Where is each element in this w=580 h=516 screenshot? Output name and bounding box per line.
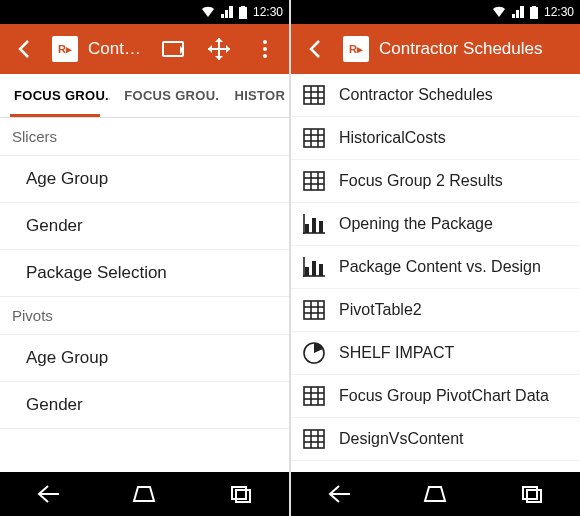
nav-recent[interactable] bbox=[502, 478, 562, 510]
nav-recent[interactable] bbox=[211, 478, 271, 510]
svg-rect-19 bbox=[319, 221, 323, 233]
svg-rect-0 bbox=[232, 487, 246, 499]
table-icon bbox=[303, 299, 325, 321]
status-bar: 12:30 bbox=[291, 0, 580, 24]
svg-rect-17 bbox=[305, 224, 309, 233]
nav-home[interactable] bbox=[114, 478, 174, 510]
table-icon bbox=[303, 428, 325, 450]
list-item[interactable]: PivotTable2 bbox=[291, 289, 580, 332]
more-button[interactable] bbox=[247, 31, 283, 67]
nav-back[interactable] bbox=[18, 478, 78, 510]
list-item[interactable]: SHELF IMPACT bbox=[291, 332, 580, 375]
nav-bar bbox=[0, 472, 289, 516]
cast-button[interactable] bbox=[155, 31, 191, 67]
list-item-label: Contractor Schedules bbox=[339, 86, 493, 104]
tab-2[interactable]: HISTOR bbox=[220, 74, 289, 117]
svg-rect-53 bbox=[523, 487, 537, 499]
svg-rect-22 bbox=[305, 267, 309, 276]
list-item[interactable]: HistoricalCosts bbox=[291, 117, 580, 160]
table-icon bbox=[303, 127, 325, 149]
tab-0[interactable]: FOCUS GROU... bbox=[0, 74, 110, 117]
svg-rect-1 bbox=[236, 490, 250, 502]
list-item-label: SHELF IMPACT bbox=[339, 344, 454, 362]
svg-rect-38 bbox=[304, 430, 324, 448]
move-icon bbox=[208, 38, 230, 60]
list-item-label: DesignVsContent bbox=[339, 430, 464, 448]
list-item[interactable]: Gender bbox=[0, 382, 289, 429]
svg-rect-33 bbox=[304, 387, 324, 405]
battery-icon bbox=[530, 6, 538, 19]
status-bar: 12:30 bbox=[0, 0, 289, 24]
list-item[interactable]: PackageOpenSummary bbox=[291, 461, 580, 472]
table-icon bbox=[303, 170, 325, 192]
nav-bar bbox=[291, 472, 580, 516]
list-item[interactable]: Age Group bbox=[0, 335, 289, 382]
list-item[interactable]: Focus Group PivotChart Data bbox=[291, 375, 580, 418]
tab-1[interactable]: FOCUS GROU... bbox=[110, 74, 220, 117]
svg-rect-27 bbox=[304, 301, 324, 319]
content-right[interactable]: Contractor SchedulesHistoricalCostsFocus… bbox=[291, 74, 580, 472]
svg-rect-54 bbox=[527, 490, 541, 502]
phone-left: 12:30 R▸ Contractor Sch... FOCUS GROU...… bbox=[0, 0, 289, 516]
list-item-label: Opening the Package bbox=[339, 215, 493, 233]
svg-rect-2 bbox=[304, 86, 324, 104]
battery-icon bbox=[239, 6, 247, 19]
wifi-icon bbox=[201, 6, 215, 18]
app-title: Contractor Sch... bbox=[88, 39, 145, 59]
list-item[interactable]: Focus Group 2 Results bbox=[291, 160, 580, 203]
list-item[interactable]: Package Selection bbox=[0, 250, 289, 297]
svg-rect-23 bbox=[312, 261, 316, 276]
svg-rect-24 bbox=[319, 264, 323, 276]
list-item-label: PivotTable2 bbox=[339, 301, 422, 319]
app-title: Contractor Schedules bbox=[379, 39, 574, 59]
app-bar: R▸ Contractor Sch... bbox=[0, 24, 289, 74]
tabs: FOCUS GROU...FOCUS GROU...HISTOR bbox=[0, 74, 289, 118]
list-item-label: HistoricalCosts bbox=[339, 129, 446, 147]
list-item[interactable]: Package Content vs. Design bbox=[291, 246, 580, 289]
phone-right: 12:30 R▸ Contractor Schedules Contractor… bbox=[291, 0, 580, 516]
svg-rect-12 bbox=[304, 172, 324, 190]
app-bar: R▸ Contractor Schedules bbox=[291, 24, 580, 74]
list-item-label: Focus Group PivotChart Data bbox=[339, 387, 549, 405]
signal-icon bbox=[512, 6, 524, 18]
more-icon bbox=[263, 40, 267, 58]
list-item[interactable]: DesignVsContent bbox=[291, 418, 580, 461]
svg-rect-18 bbox=[312, 218, 316, 233]
clock-text: 12:30 bbox=[253, 5, 283, 19]
table-icon bbox=[303, 385, 325, 407]
list-item-label: Package Content vs. Design bbox=[339, 258, 541, 276]
list-item[interactable]: Opening the Package bbox=[291, 203, 580, 246]
list-item[interactable]: Contractor Schedules bbox=[291, 74, 580, 117]
section-header: Slicers bbox=[0, 118, 289, 156]
barchart-icon bbox=[303, 213, 325, 235]
app-icon: R▸ bbox=[52, 36, 78, 62]
move-button[interactable] bbox=[201, 31, 237, 67]
table-icon bbox=[303, 84, 325, 106]
nav-back[interactable] bbox=[309, 478, 369, 510]
svg-rect-7 bbox=[304, 129, 324, 147]
cast-icon bbox=[162, 41, 184, 57]
clock-text: 12:30 bbox=[544, 5, 574, 19]
list-item[interactable]: Age Group bbox=[0, 156, 289, 203]
back-button[interactable] bbox=[6, 31, 42, 67]
list-item[interactable]: Gender bbox=[0, 203, 289, 250]
nav-home[interactable] bbox=[405, 478, 465, 510]
list-item-label: Focus Group 2 Results bbox=[339, 172, 503, 190]
barchart-icon bbox=[303, 256, 325, 278]
content-left[interactable]: SlicersAge GroupGenderPackage SelectionP… bbox=[0, 118, 289, 472]
pie-icon bbox=[303, 342, 325, 364]
signal-icon bbox=[221, 6, 233, 18]
app-icon: R▸ bbox=[343, 36, 369, 62]
section-header: Pivots bbox=[0, 297, 289, 335]
back-button[interactable] bbox=[297, 31, 333, 67]
wifi-icon bbox=[492, 6, 506, 18]
